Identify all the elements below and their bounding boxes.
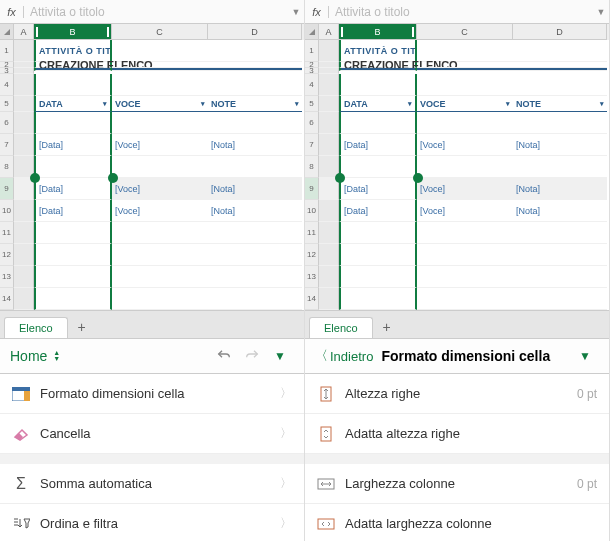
cell[interactable]: [Voce] xyxy=(417,178,513,200)
row-13: 13 xyxy=(0,266,304,288)
collapse-ribbon-icon[interactable]: ▼ xyxy=(266,342,294,370)
header-voce[interactable]: VOCE▾ xyxy=(417,96,513,112)
row-header[interactable]: 7 xyxy=(305,134,319,156)
col-header-a[interactable]: A xyxy=(319,24,339,40)
row-header[interactable]: 12 xyxy=(305,244,319,266)
formula-dropdown-icon[interactable]: ▼ xyxy=(288,7,304,17)
header-voce[interactable]: VOCE▾ xyxy=(112,96,208,112)
cell[interactable]: [Nota] xyxy=(513,200,607,222)
row-header[interactable]: 4 xyxy=(305,74,319,96)
selection-handle-icon[interactable] xyxy=(108,173,118,183)
back-button[interactable]: 〈 Indietro xyxy=(315,347,373,365)
row-header[interactable]: 10 xyxy=(305,200,319,222)
col-header-a[interactable]: A xyxy=(14,24,34,40)
row-header[interactable]: 8 xyxy=(0,156,14,178)
selected-cell[interactable]: [Data] xyxy=(339,178,417,200)
formula-input[interactable]: Attivita o titolo xyxy=(329,0,593,23)
eraser-icon xyxy=(12,425,30,443)
undo-button[interactable] xyxy=(210,342,238,370)
row-header[interactable]: 9 xyxy=(305,178,319,200)
redo-button[interactable] xyxy=(238,342,266,370)
select-all-corner[interactable] xyxy=(0,24,14,40)
menu-adatta-altezza[interactable]: Adatta altezza righe xyxy=(305,414,609,454)
svg-rect-4 xyxy=(321,427,331,441)
row-header[interactable]: 1 xyxy=(305,40,319,62)
row-11: 11 xyxy=(0,222,304,244)
updown-icon: ▲▼ xyxy=(53,350,60,362)
spreadsheet-grid[interactable]: A B C D 1ATTIVITÀ O TITOLO 2CREAZIONE EL… xyxy=(305,24,609,310)
row-header[interactable]: 13 xyxy=(0,266,14,288)
col-header-c[interactable]: C xyxy=(417,24,513,40)
spreadsheet-grid[interactable]: A B C D 1 ATTIVITÀ O TITOLO 2 CREAZIONE … xyxy=(0,24,304,310)
col-header-b[interactable]: B xyxy=(34,24,112,40)
cell[interactable]: [Nota] xyxy=(208,178,302,200)
header-data[interactable]: DATA▾ xyxy=(339,96,417,112)
cell[interactable]: [Data] xyxy=(34,134,112,156)
home-menu: Formato dimensioni cella〉 Cancella〉 Σ So… xyxy=(0,374,304,541)
selected-cell[interactable]: [Data] xyxy=(34,178,112,200)
row-header[interactable]: 5 xyxy=(0,96,14,112)
col-header-d[interactable]: D xyxy=(208,24,302,40)
row-header[interactable]: 10 xyxy=(0,200,14,222)
select-all-corner[interactable] xyxy=(305,24,319,40)
row-12: 12 xyxy=(0,244,304,266)
add-sheet-button[interactable]: + xyxy=(70,316,94,338)
cell[interactable]: [Voce] xyxy=(112,200,208,222)
formula-input[interactable]: Attivita o titolo xyxy=(24,0,288,23)
cell[interactable]: [Data] xyxy=(339,200,417,222)
row-header[interactable]: 6 xyxy=(305,112,319,134)
cell[interactable]: [Nota] xyxy=(208,200,302,222)
menu-cancella[interactable]: Cancella〉 xyxy=(0,414,304,454)
cell[interactable]: [Data] xyxy=(34,200,112,222)
header-note[interactable]: NOTE▾ xyxy=(208,96,302,112)
row-header[interactable]: 6 xyxy=(0,112,14,134)
row-header[interactable]: 13 xyxy=(305,266,319,288)
column-headers: A B C D xyxy=(305,24,609,40)
header-data[interactable]: DATA▾ xyxy=(34,96,112,112)
row-header[interactable]: 12 xyxy=(0,244,14,266)
row-header[interactable]: 11 xyxy=(0,222,14,244)
cell[interactable]: [Voce] xyxy=(112,178,208,200)
menu-larghezza-colonne[interactable]: Larghezza colonne0 pt xyxy=(305,464,609,504)
ribbon-toolbar: Home ▲▼ ▼ xyxy=(0,338,304,374)
home-tab[interactable]: Home ▲▼ xyxy=(10,348,60,364)
add-sheet-button[interactable]: + xyxy=(375,316,399,338)
row-header[interactable]: 14 xyxy=(305,288,319,310)
cell[interactable]: [Voce] xyxy=(417,200,513,222)
menu-altezza-righe[interactable]: Altezza righe0 pt xyxy=(305,374,609,414)
cell[interactable]: [Nota] xyxy=(513,178,607,200)
row-header[interactable]: 9 xyxy=(0,178,14,200)
menu-formato-dimensioni[interactable]: Formato dimensioni cella〉 xyxy=(0,374,304,414)
row-header[interactable]: 7 xyxy=(0,134,14,156)
row-header[interactable]: 14 xyxy=(0,288,14,310)
menu-somma-automatica[interactable]: Σ Somma automatica〉 xyxy=(0,464,304,504)
cell[interactable]: [Voce] xyxy=(417,134,513,156)
selection-handle-icon[interactable] xyxy=(30,173,40,183)
cell[interactable]: [Nota] xyxy=(513,134,607,156)
cell[interactable]: [Nota] xyxy=(208,134,302,156)
cell[interactable]: [Voce] xyxy=(112,134,208,156)
row-10: 10 [Data] [Voce] [Nota] xyxy=(0,200,304,222)
col-header-b[interactable]: B xyxy=(339,24,417,40)
row-header[interactable]: 8 xyxy=(305,156,319,178)
fx-icon[interactable]: fx xyxy=(305,6,329,18)
row-14: 14 xyxy=(0,288,304,310)
cell[interactable]: [Data] xyxy=(339,134,417,156)
row-header[interactable]: 11 xyxy=(305,222,319,244)
fx-icon[interactable]: fx xyxy=(0,6,24,18)
formula-dropdown-icon[interactable]: ▼ xyxy=(593,7,609,17)
chevron-right-icon: 〉 xyxy=(280,515,292,532)
col-header-c[interactable]: C xyxy=(112,24,208,40)
collapse-ribbon-icon[interactable]: ▼ xyxy=(571,342,599,370)
col-header-d[interactable]: D xyxy=(513,24,607,40)
row-header[interactable]: 1 xyxy=(0,40,14,62)
row-header[interactable]: 4 xyxy=(0,74,14,96)
sheet-tab-elenco[interactable]: Elenco xyxy=(309,317,373,338)
menu-adatta-larghezza[interactable]: Adatta larghezza colonne xyxy=(305,504,609,541)
menu-ordina-filtra[interactable]: Ordina e filtra〉 xyxy=(0,504,304,541)
header-note[interactable]: NOTE▾ xyxy=(513,96,607,112)
selection-handle-icon[interactable] xyxy=(413,173,423,183)
selection-handle-icon[interactable] xyxy=(335,173,345,183)
row-header[interactable]: 5 xyxy=(305,96,319,112)
sheet-tab-elenco[interactable]: Elenco xyxy=(4,317,68,338)
